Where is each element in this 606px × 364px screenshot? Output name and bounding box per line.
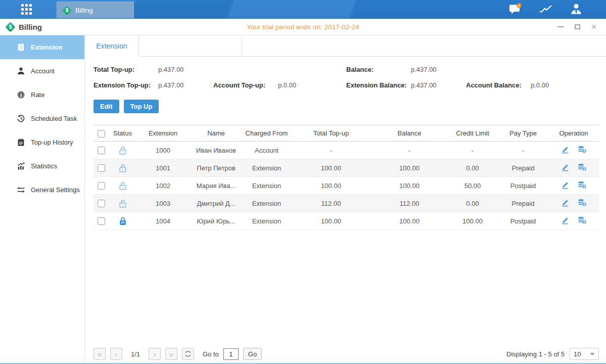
row-checkbox[interactable] [98, 147, 105, 154]
edit-pencil-icon[interactable] [561, 163, 570, 171]
sidebar-item-rate[interactable]: $Rate [0, 83, 84, 107]
minimize-icon [557, 26, 564, 27]
topup-coins-icon[interactable]: $ [578, 145, 587, 154]
page-size-select[interactable]: 10 [570, 348, 599, 360]
account-balance-value: p.0.00 [531, 81, 586, 89]
cell-name: Иван Иванов [190, 142, 243, 159]
select-all-checkbox[interactable] [98, 130, 105, 138]
cell-total-topup: 100.00 [291, 177, 371, 195]
row-checkbox[interactable] [98, 200, 105, 207]
cell-charged-from: Extension [243, 177, 291, 195]
stats-icon [17, 162, 25, 170]
notepad-icon [17, 138, 25, 147]
sidebar-item-label: Statistics [31, 162, 57, 170]
app-tab-billing[interactable]: $ Billing [57, 2, 134, 18]
extension-table-body: 1000Иван ИвановAccount----$1001Петр Петр… [94, 142, 599, 230]
topup-coins-icon[interactable]: $ [578, 180, 587, 189]
maximize-icon [575, 24, 580, 29]
edit-pencil-icon[interactable] [561, 180, 570, 189]
cell-pay-type: Postpaid [498, 177, 548, 195]
go-button[interactable]: Go [243, 348, 262, 360]
cell-total-topup: 112.00 [291, 195, 371, 212]
total-topup-value: p.437.00 [158, 66, 213, 73]
tab-strip: Extension [85, 35, 606, 57]
lock-open-icon[interactable] [118, 146, 127, 155]
tab-extension[interactable]: Extension [85, 35, 139, 57]
cell-credit-limit: 50.00 [447, 177, 498, 195]
sidebar-item-label: General Settings [31, 186, 80, 194]
cell-extension: 1001 [136, 159, 190, 177]
trial-notice: Your trial period ends on: 2017-02-24 [247, 23, 359, 31]
topup-coins-icon[interactable]: $ [578, 198, 587, 207]
last-page-button[interactable]: » [165, 348, 177, 360]
goto-label: Go to [203, 350, 219, 358]
column-header-credit-limit: Credit Limit [447, 125, 498, 142]
cell-name: Юрий Юрь... [190, 212, 243, 230]
extension-topup-value: p.437.00 [158, 81, 213, 89]
first-page-button[interactable]: « [94, 348, 106, 360]
svg-text:$: $ [583, 149, 585, 153]
sidebar-item-top-up-history[interactable]: Top-up History [0, 130, 84, 154]
sidebar-item-statistics[interactable]: Statistics [0, 154, 84, 178]
top-up-button[interactable]: Top Up [124, 100, 159, 113]
row-checkbox[interactable] [98, 182, 105, 190]
ledger-icon [17, 43, 25, 52]
edit-pencil-icon[interactable] [561, 216, 570, 224]
sidebar-item-scheduled-task[interactable]: Scheduled Task [0, 107, 84, 130]
sidebar: ExtensionAccount$RateScheduled TaskTop-u… [0, 35, 85, 363]
window-title-bar: $ Billing Your trial period ends on: 201… [0, 19, 606, 35]
cell-extension: 1000 [136, 142, 190, 159]
lock-open-icon[interactable] [118, 181, 127, 190]
topup-coins-icon[interactable]: $ [578, 163, 587, 171]
edit-pencil-icon[interactable] [561, 145, 570, 154]
prev-page-button[interactable]: ‹ [110, 348, 122, 360]
sidebar-item-account[interactable]: Account [0, 59, 84, 83]
svg-text:$: $ [20, 93, 22, 98]
user-account-icon[interactable] [570, 3, 583, 15]
next-page-button[interactable]: › [149, 348, 161, 360]
arrows-icon [17, 186, 25, 194]
cell-name: Дмитрий Д... [190, 195, 243, 212]
svg-text:$: $ [583, 220, 585, 224]
refresh-button[interactable] [182, 348, 194, 360]
topup-coins-icon[interactable]: $ [578, 216, 587, 224]
lock-open-icon[interactable] [118, 164, 127, 172]
notifications-message-icon[interactable]: ! [509, 3, 522, 15]
svg-text:!: ! [519, 4, 520, 8]
close-button[interactable]: × [590, 23, 598, 31]
sidebar-item-extension[interactable]: Extension [0, 35, 84, 59]
sidebar-item-general-settings[interactable]: General Settings [0, 178, 84, 202]
column-header-name: Name [190, 125, 243, 142]
lock-open-icon[interactable] [118, 199, 127, 208]
minimize-button[interactable] [556, 23, 565, 31]
cell-balance: 112.00 [371, 195, 447, 212]
resource-monitor-chart-icon[interactable] [539, 3, 552, 15]
goto-page-input[interactable] [223, 348, 239, 360]
table-row: 1001Петр ПетровExtension100.00100.000.00… [94, 159, 599, 177]
column-header-pay-type: Pay Type [498, 125, 548, 142]
maximize-button[interactable] [573, 23, 581, 31]
cell-charged-from: Extension [243, 212, 291, 230]
row-checkbox[interactable] [98, 164, 105, 172]
cell-balance: - [371, 142, 447, 159]
cell-balance: 100.00 [371, 159, 447, 177]
cell-balance: 100.00 [371, 177, 447, 195]
cell-pay-type: Prepaid [498, 195, 548, 212]
edit-button[interactable]: Edit [94, 100, 119, 113]
edit-pencil-icon[interactable] [561, 198, 570, 207]
history-icon [17, 114, 25, 123]
cell-extension: 1002 [136, 177, 190, 195]
account-topup-value: p.0.00 [278, 81, 333, 89]
table-row: 1000Иван ИвановAccount----$ [94, 142, 599, 159]
person-icon [17, 67, 25, 75]
lock-closed-icon[interactable] [118, 217, 127, 225]
cell-charged-from: Extension [243, 195, 291, 212]
summary-panel: Total Top-up: p.437.00 Extension Top-up:… [94, 62, 599, 93]
cell-name: Петр Петров [190, 159, 243, 177]
cell-name: Мария Ива... [190, 177, 243, 195]
app-launcher-button[interactable] [17, 2, 35, 17]
row-checkbox[interactable] [98, 217, 105, 225]
total-topup-label: Total Top-up: [94, 66, 158, 73]
svg-text:$: $ [583, 167, 585, 171]
cell-credit-limit: 100.00 [447, 212, 498, 230]
